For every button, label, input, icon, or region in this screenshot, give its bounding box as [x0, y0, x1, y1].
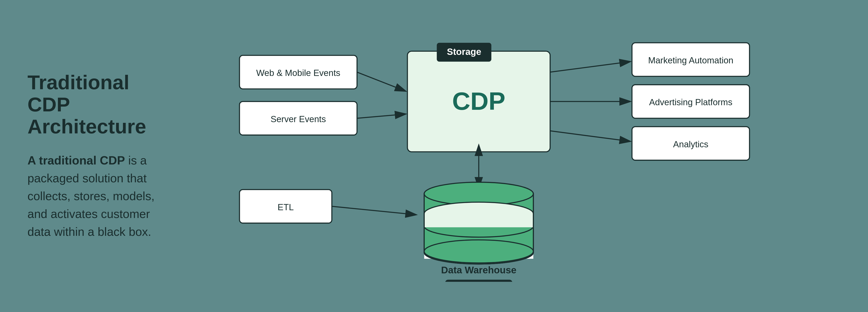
page-description: A traditional CDP is a packaged solution… [28, 151, 174, 241]
web-mobile-events-label: Web & Mobile Events [256, 68, 340, 78]
left-panel: Traditional CDPArchitecture A traditiona… [28, 71, 192, 241]
server-events-label: Server Events [270, 114, 326, 124]
analytics-label: Analytics [673, 139, 708, 149]
cdp-storage-label: Storage [447, 46, 481, 57]
arrow-web-to-cdp [357, 72, 405, 91]
warehouse-mid-bottom [424, 240, 533, 263]
description-bold: A traditional CDP [28, 154, 125, 167]
diagram-area: Web & Mobile Events Server Events Storag… [192, 14, 840, 298]
arrow-etl-to-warehouse [332, 206, 416, 215]
page-container: Traditional CDPArchitecture A traditiona… [0, 0, 868, 312]
cdp-main-label: CDP [452, 87, 505, 115]
diagram-svg: Web & Mobile Events Server Events Storag… [196, 30, 837, 282]
page-title: Traditional CDPArchitecture [28, 71, 174, 138]
etl-label: ETL [278, 202, 294, 212]
arrow-cdp-to-marketing [550, 62, 630, 72]
white-band [424, 214, 533, 228]
arrow-cdp-to-analytics [550, 131, 630, 141]
warehouse-label: Data Warehouse [441, 265, 516, 275]
advertising-platforms-label: Advertising Platforms [649, 97, 732, 107]
marketing-automation-label: Marketing Automation [648, 55, 733, 65]
warehouse-storage-badge [445, 280, 512, 282]
arrow-server-to-cdp [357, 114, 405, 118]
